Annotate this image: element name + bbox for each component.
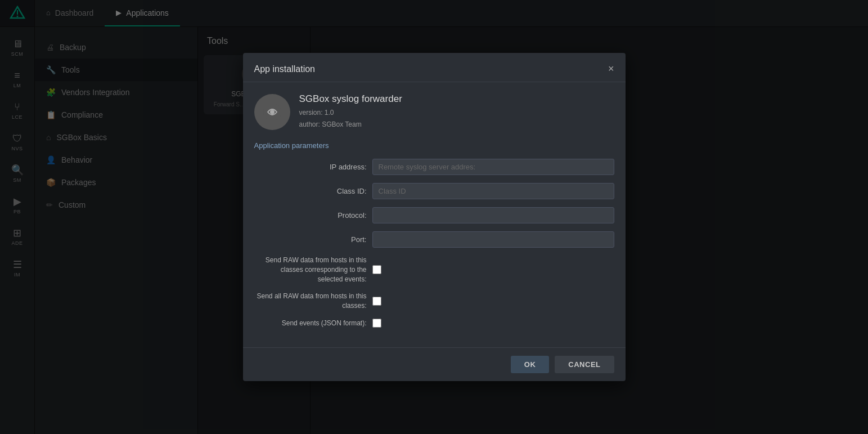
app-info-icon	[254, 94, 290, 130]
svg-point-6	[270, 110, 275, 114]
modal-header: App installation ×	[243, 53, 626, 82]
raw-events-label: Send RAW data from hosts in this classes…	[254, 256, 367, 284]
app-modal-author: author: SGBox Team	[299, 119, 402, 130]
class-id-label: Class ID:	[254, 187, 367, 195]
ip-input[interactable]	[372, 159, 614, 175]
modal-body: SGBox syslog forwarder version: 1.0 auth…	[243, 82, 626, 347]
modal: App installation × SGBox syslog forwarde…	[243, 53, 626, 381]
app-info-row: SGBox syslog forwarder version: 1.0 auth…	[254, 93, 614, 130]
protocol-input[interactable]: TCP	[372, 207, 614, 223]
json-checkbox[interactable]	[372, 319, 381, 328]
form-row-ip: IP address:	[254, 159, 614, 175]
protocol-label: Protocol:	[254, 211, 367, 220]
app-info-text: SGBox syslog forwarder version: 1.0 auth…	[299, 93, 402, 130]
app-modal-title: SGBox syslog forwarder	[299, 93, 402, 105]
form-row-class-id: Class ID:	[254, 183, 614, 199]
port-label: Port:	[254, 235, 367, 244]
form-row-port: Port: 514	[254, 231, 614, 248]
form-row-protocol: Protocol: TCP	[254, 207, 614, 223]
section-label: Application parameters	[254, 141, 614, 150]
form-row-json: Send events (JSON format):	[254, 319, 614, 328]
modal-close-button[interactable]: ×	[608, 63, 614, 75]
cancel-button[interactable]: CANCEL	[555, 356, 614, 373]
ip-label: IP address:	[254, 163, 367, 171]
form-row-raw-events: Send RAW data from hosts in this classes…	[254, 256, 614, 284]
class-id-input[interactable]	[372, 183, 614, 199]
raw-all-checkbox[interactable]	[372, 297, 381, 306]
json-label: Send events (JSON format):	[254, 319, 367, 328]
modal-overlay: App installation × SGBox syslog forwarde…	[0, 0, 868, 434]
form-row-raw-all: Send all RAW data from hosts in this cla…	[254, 292, 614, 311]
ok-button[interactable]: OK	[511, 356, 550, 373]
raw-all-label: Send all RAW data from hosts in this cla…	[254, 292, 367, 311]
modal-title: App installation	[254, 64, 316, 74]
app-modal-version: version: 1.0	[299, 107, 402, 118]
port-input[interactable]: 514	[372, 231, 614, 248]
modal-footer: OK CANCEL	[243, 347, 626, 381]
raw-events-checkbox[interactable]	[372, 265, 381, 274]
